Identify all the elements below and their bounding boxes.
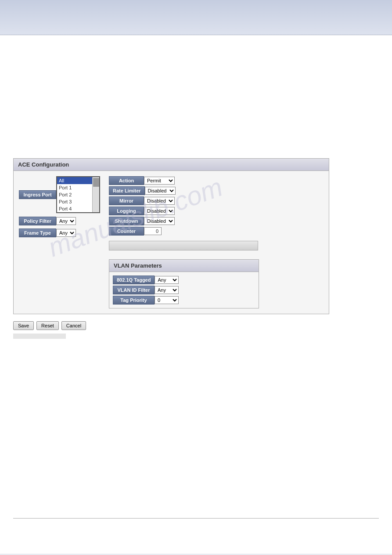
tag-priority-select[interactable]: 0 1 2 3 4 5 6 7 <box>155 296 179 304</box>
section-body: Ingress Port All Port 1 Port 2 Port 3 Po… <box>14 171 329 314</box>
cancel-button[interactable]: Cancel <box>61 321 86 330</box>
rate-limiter-select[interactable]: Disabled <box>145 187 176 195</box>
logging-row: Logging Disabled <box>109 207 259 215</box>
port-list[interactable]: All Port 1 Port 2 Port 3 Port 4 <box>57 177 92 212</box>
counter-value: 0 <box>144 227 162 235</box>
scroll-thumb <box>93 178 99 187</box>
right-column: Action Permit Deny Rate Limiter Disabled <box>109 176 259 308</box>
port-list-item-all[interactable]: All <box>57 177 92 184</box>
tagged-label: 802.1Q Tagged <box>113 276 155 284</box>
vlan-id-label: VLAN ID Filter <box>113 286 155 294</box>
tag-priority-row: Tag Priority 0 1 2 3 4 5 6 7 <box>113 296 255 305</box>
scroll-bar[interactable] <box>92 177 99 212</box>
counter-label: Counter <box>109 227 144 236</box>
bottom-divider <box>13 518 379 519</box>
ace-config-section: ACE Configuration Ingress Port All Port … <box>13 158 329 314</box>
extra-bar <box>109 241 258 250</box>
action-row: Action Permit Deny <box>109 176 259 185</box>
frame-type-group: Frame Type Any <box>19 229 100 237</box>
port-list-item-2[interactable]: Port 2 <box>57 191 92 198</box>
mirror-label: Mirror <box>109 196 144 205</box>
frame-type-select[interactable]: Any <box>56 229 76 237</box>
logging-select[interactable]: Disabled <box>144 207 175 215</box>
port-list-item-4[interactable]: Port 4 <box>57 205 92 212</box>
action-select[interactable]: Permit Deny <box>144 177 175 185</box>
vlan-section: VLAN Parameters 802.1Q Tagged Any VLAN I… <box>109 259 259 308</box>
logging-label: Logging <box>109 207 144 215</box>
action-label: Action <box>109 176 144 185</box>
tagged-select[interactable]: Any <box>155 276 179 284</box>
mirror-row: Mirror Disabled <box>109 196 259 205</box>
section-title: ACE Configuration <box>14 159 329 171</box>
save-button[interactable]: Save <box>13 321 34 330</box>
tagged-row: 802.1Q Tagged Any <box>113 276 255 284</box>
tag-priority-label: Tag Priority <box>113 296 155 305</box>
reset-button[interactable]: Reset <box>36 321 59 330</box>
vlan-body: 802.1Q Tagged Any VLAN ID Filter Any <box>109 272 259 308</box>
page-content: manualslib.com ACE Configuration Ingress… <box>0 35 392 554</box>
port-list-item-1[interactable]: Port 1 <box>57 184 92 191</box>
ingress-port-container: All Port 1 Port 2 Port 3 Port 4 <box>56 176 100 213</box>
policy-filter-select[interactable]: Any <box>56 217 76 225</box>
bottom-buttons: Save Reset Cancel <box>13 321 379 330</box>
counter-row: Counter 0 <box>109 227 259 236</box>
port-list-item-3[interactable]: Port 3 <box>57 198 92 205</box>
shutdown-row: Shutdown Disabled <box>109 217 259 225</box>
port-scroll-container: All Port 1 Port 2 Port 3 Port 4 <box>57 177 99 212</box>
ingress-port-label: Ingress Port <box>19 190 56 199</box>
shutdown-label: Shutdown <box>109 217 144 225</box>
subtext-link[interactable] <box>13 334 66 339</box>
mirror-select[interactable]: Disabled <box>144 197 175 205</box>
left-panel: Ingress Port All Port 1 Port 2 Port 3 Po… <box>19 176 100 308</box>
action-rows: Action Permit Deny Rate Limiter Disabled <box>109 176 259 236</box>
ingress-port-group: Ingress Port All Port 1 Port 2 Port 3 Po… <box>19 176 100 213</box>
policy-filter-label: Policy Filter <box>19 217 56 225</box>
vlan-id-select[interactable]: Any <box>155 286 179 294</box>
rate-limiter-row: Rate Limiter Disabled <box>109 186 259 195</box>
rate-limiter-label: Rate Limiter <box>109 186 145 195</box>
vlan-header: VLAN Parameters <box>109 260 259 272</box>
frame-type-label: Frame Type <box>19 229 56 237</box>
shutdown-select[interactable]: Disabled <box>144 217 175 225</box>
top-banner <box>0 0 392 35</box>
policy-filter-group: Policy Filter Any <box>19 217 100 225</box>
vlan-id-row: VLAN ID Filter Any <box>113 286 255 294</box>
